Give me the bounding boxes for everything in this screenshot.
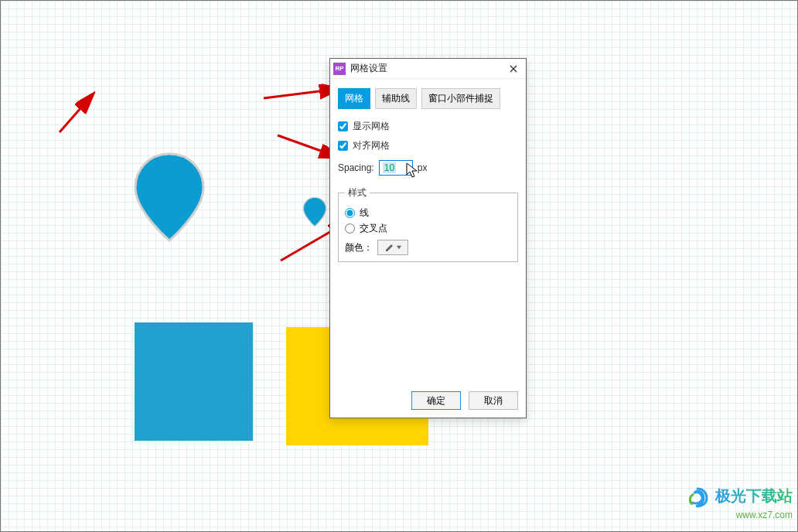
color-picker[interactable] bbox=[377, 240, 408, 255]
spacing-row: Spacing: 10 px bbox=[338, 160, 518, 176]
style-cross-label: 交叉点 bbox=[360, 222, 387, 235]
show-grid-label: 显示网格 bbox=[353, 120, 390, 133]
style-line-label: 线 bbox=[360, 206, 369, 220]
dialog-body: 网格 辅助线 窗口小部件捕捉 显示网格 对齐网格 Spacing: 10 px … bbox=[330, 79, 526, 385]
tab-bar: 网格 辅助线 窗口小部件捕捉 bbox=[338, 88, 518, 109]
tab-guides[interactable]: 辅助线 bbox=[375, 88, 417, 109]
spacing-value: 10 bbox=[383, 162, 396, 173]
style-line-row[interactable]: 线 bbox=[345, 206, 511, 220]
spin-arrows-icon[interactable] bbox=[405, 165, 411, 171]
style-cross-row[interactable]: 交叉点 bbox=[345, 222, 511, 235]
close-button[interactable] bbox=[504, 61, 523, 77]
app-icon: RP bbox=[333, 63, 346, 75]
snap-grid-label: 对齐网格 bbox=[353, 139, 390, 152]
snap-grid-row[interactable]: 对齐网格 bbox=[338, 139, 518, 152]
dialog-footer: 确定 取消 bbox=[330, 385, 526, 418]
pencil-icon bbox=[385, 243, 394, 252]
arrow-1 bbox=[56, 89, 103, 135]
watermark: 极光下载站 www.xz7.com bbox=[684, 486, 793, 520]
chevron-down-icon bbox=[397, 245, 401, 250]
spacing-input[interactable]: 10 bbox=[379, 160, 413, 176]
ok-button[interactable]: 确定 bbox=[411, 391, 461, 410]
watermark-logo-icon bbox=[684, 486, 711, 510]
style-fieldset: 样式 线 交叉点 颜色： bbox=[338, 186, 518, 262]
tab-grid[interactable]: 网格 bbox=[338, 88, 370, 109]
show-grid-row[interactable]: 显示网格 bbox=[338, 120, 518, 133]
dialog-title: 网格设置 bbox=[350, 62, 504, 75]
tab-snap[interactable]: 窗口小部件捕捉 bbox=[421, 88, 500, 109]
snap-grid-checkbox[interactable] bbox=[338, 141, 348, 151]
close-icon bbox=[510, 65, 517, 73]
color-label: 颜色： bbox=[345, 241, 373, 254]
spacing-unit: px bbox=[418, 162, 428, 173]
watermark-url: www.xz7.com bbox=[684, 510, 793, 520]
style-legend: 样式 bbox=[345, 186, 370, 200]
color-row: 颜色： bbox=[345, 240, 511, 255]
canvas-pin-large bbox=[132, 151, 206, 244]
dialog-titlebar[interactable]: RP 网格设置 bbox=[330, 59, 526, 79]
style-cross-radio[interactable] bbox=[345, 223, 355, 234]
style-line-radio[interactable] bbox=[345, 208, 355, 218]
canvas-rect-blue bbox=[135, 322, 253, 441]
show-grid-checkbox[interactable] bbox=[338, 121, 348, 131]
svg-line-0 bbox=[60, 95, 92, 132]
svg-line-1 bbox=[264, 89, 338, 98]
grid-settings-dialog: RP 网格设置 网格 辅助线 窗口小部件捕捉 显示网格 对齐网格 Spacing… bbox=[329, 58, 527, 418]
spacing-label: Spacing: bbox=[338, 162, 374, 173]
watermark-text: 极光下载站 bbox=[715, 487, 793, 504]
cancel-button[interactable]: 取消 bbox=[469, 391, 518, 410]
